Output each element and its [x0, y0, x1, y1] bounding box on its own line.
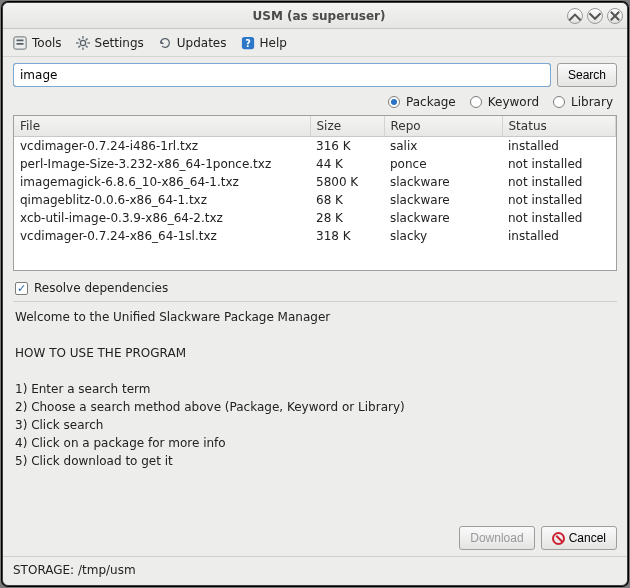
- cell-file: xcb-util-image-0.3.9-x86_64-2.txz: [14, 209, 310, 227]
- svg-line-13: [78, 45, 80, 47]
- menu-tools-label: Tools: [32, 36, 62, 50]
- radio-package[interactable]: Package: [388, 95, 456, 109]
- refresh-icon: [158, 36, 172, 50]
- cancel-icon: [552, 532, 565, 545]
- help-icon: ?: [241, 36, 255, 50]
- table-row[interactable]: vcdimager-0.7.24-i486-1rl.txz316 Ksalixi…: [14, 137, 616, 156]
- titlebar[interactable]: USM (as superuser): [3, 3, 627, 29]
- menu-updates-label: Updates: [177, 36, 227, 50]
- cell-repo: slacky: [384, 227, 502, 245]
- menu-updates[interactable]: Updates: [158, 36, 227, 50]
- svg-line-10: [78, 38, 80, 40]
- cell-status: installed: [502, 137, 616, 156]
- cell-status: not installed: [502, 173, 616, 191]
- cell-size: 44 K: [310, 155, 384, 173]
- cell-file: qimageblitz-0.0.6-x86_64-1.txz: [14, 191, 310, 209]
- app-window: USM (as superuser) Tools Settings Update…: [2, 2, 628, 586]
- menubar: Tools Settings Updates ? Help: [3, 29, 627, 57]
- cell-repo: slackware: [384, 173, 502, 191]
- svg-line-12: [85, 38, 87, 40]
- menu-help-label: Help: [260, 36, 287, 50]
- cell-file: vcdimager-0.7.24-x86_64-1sl.txz: [14, 227, 310, 245]
- cell-size: 318 K: [310, 227, 384, 245]
- minimize-button[interactable]: [567, 8, 583, 24]
- radio-keyword[interactable]: Keyword: [470, 95, 539, 109]
- info-text: Welcome to the Unified Slackware Package…: [13, 301, 617, 526]
- window-title: USM (as superuser): [71, 9, 567, 23]
- resolve-dependencies-checkbox[interactable]: [15, 282, 28, 295]
- table-row[interactable]: perl-Image-Size-3.232-x86_64-1ponce.txz4…: [14, 155, 616, 173]
- svg-text:?: ?: [245, 37, 251, 48]
- status-bar: STORAGE: /tmp/usm: [3, 556, 627, 585]
- cell-file: imagemagick-6.8.6_10-x86_64-1.txz: [14, 173, 310, 191]
- menu-settings-label: Settings: [95, 36, 144, 50]
- cell-status: not installed: [502, 191, 616, 209]
- cell-repo: slackware: [384, 191, 502, 209]
- cell-status: installed: [502, 227, 616, 245]
- cell-size: 316 K: [310, 137, 384, 156]
- radio-library[interactable]: Library: [553, 95, 613, 109]
- cell-repo: salix: [384, 137, 502, 156]
- maximize-button[interactable]: [587, 8, 603, 24]
- cell-repo: slackware: [384, 209, 502, 227]
- menu-settings[interactable]: Settings: [76, 36, 144, 50]
- svg-point-5: [80, 40, 85, 45]
- results-table: File Size Repo Status vcdimager-0.7.24-i…: [13, 115, 617, 271]
- table-row[interactable]: qimageblitz-0.0.6-x86_64-1.txz68 Kslackw…: [14, 191, 616, 209]
- cell-file: perl-Image-Size-3.232-x86_64-1ponce.txz: [14, 155, 310, 173]
- menu-help[interactable]: ? Help: [241, 36, 287, 50]
- cell-file: vcdimager-0.7.24-i486-1rl.txz: [14, 137, 310, 156]
- cancel-button[interactable]: Cancel: [541, 526, 617, 550]
- svg-marker-14: [160, 40, 164, 44]
- search-input[interactable]: [13, 63, 551, 87]
- svg-rect-3: [17, 39, 24, 41]
- col-header-repo[interactable]: Repo: [384, 116, 502, 137]
- search-mode-group: Package Keyword Library: [3, 93, 627, 115]
- col-header-file[interactable]: File: [14, 116, 310, 137]
- cell-size: 68 K: [310, 191, 384, 209]
- col-header-size[interactable]: Size: [310, 116, 384, 137]
- cell-status: not installed: [502, 209, 616, 227]
- tools-icon: [13, 36, 27, 50]
- radio-dot-icon: [470, 96, 482, 108]
- search-button[interactable]: Search: [557, 63, 617, 87]
- close-button[interactable]: [607, 8, 623, 24]
- cell-size: 28 K: [310, 209, 384, 227]
- radio-dot-icon: [388, 96, 400, 108]
- resolve-dependencies-label: Resolve dependencies: [34, 281, 168, 295]
- menu-tools[interactable]: Tools: [13, 36, 62, 50]
- svg-rect-4: [17, 43, 24, 45]
- svg-line-11: [85, 45, 87, 47]
- cell-status: not installed: [502, 155, 616, 173]
- col-header-status[interactable]: Status: [502, 116, 616, 137]
- table-row[interactable]: imagemagick-6.8.6_10-x86_64-1.txz5800 Ks…: [14, 173, 616, 191]
- gear-icon: [76, 36, 90, 50]
- cell-size: 5800 K: [310, 173, 384, 191]
- radio-dot-icon: [553, 96, 565, 108]
- table-row[interactable]: vcdimager-0.7.24-x86_64-1sl.txz318 Kslac…: [14, 227, 616, 245]
- download-button[interactable]: Download: [459, 526, 534, 550]
- table-row[interactable]: xcb-util-image-0.3.9-x86_64-2.txz28 Ksla…: [14, 209, 616, 227]
- cell-repo: ponce: [384, 155, 502, 173]
